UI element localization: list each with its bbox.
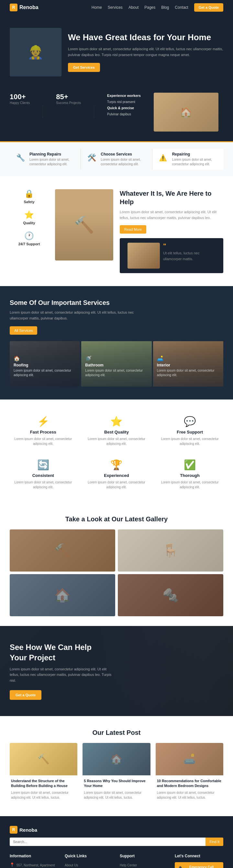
about-center-image: 🔨	[55, 189, 113, 260]
stats-bar: 100+ Happy Clients 85+ Success Projects …	[0, 89, 233, 141]
choose-icon: 🛠️	[88, 154, 96, 162]
blog-img-0: 🔨	[10, 743, 77, 775]
bathroom-title: Bathroom	[85, 363, 147, 367]
feat-support-title: Free Support	[160, 430, 220, 434]
service-title-0: Planning Repairs	[29, 152, 76, 156]
footer-link-helpcenter[interactable]: Help Center	[120, 862, 168, 868]
nav-pages[interactable]: Pages	[144, 5, 155, 10]
blog-title-0: Understand the Structure of the Building…	[11, 779, 76, 788]
gallery-item-1[interactable]: 🔨	[10, 529, 115, 571]
feat-quality-desc: Lorem ipsum dolor sit amet, consectetur …	[87, 436, 147, 446]
blog-card-0[interactable]: 🔨 Understand the Structure of the Buildi…	[10, 743, 77, 804]
nav-services[interactable]: Services	[108, 5, 123, 10]
gallery-item-2[interactable]: 🪑	[118, 529, 223, 571]
service-info-repair: Repairing Lorem ipsum dolor sit amet, co…	[172, 152, 219, 166]
quote-text: Ut elit tellus, luctus nec ullamcorper m…	[163, 250, 219, 262]
service-icon-repair: ⚠️	[157, 152, 169, 164]
blog-heading: Our Latest Post	[10, 729, 223, 737]
blog-card-1[interactable]: 🏠 5 Reasons Why You Should Improve Your …	[82, 743, 150, 804]
footer-top: R Renoba Find It	[10, 826, 223, 846]
footer-quicklinks-heading: Quick Links	[65, 854, 113, 858]
emergency-text: Emergency Call (+1) 234 567 89	[189, 865, 219, 868]
blog-card-2[interactable]: 🛋️ 10 Recommendations for Comfortable an…	[156, 743, 223, 804]
nav-contact[interactable]: Contact	[175, 5, 188, 10]
feat-experienced-title: Experienced	[87, 473, 147, 478]
all-services-button[interactable]: All Services	[10, 326, 37, 335]
service-card-0: 🔧 Planning Repairs Lorem ipsum dolor sit…	[10, 149, 81, 170]
services-grid: 🏠 Roofing Lorem ipsum dolor sit amet, co…	[10, 341, 223, 386]
navbar: R Renoba Home Services About Pages Blog …	[0, 0, 233, 15]
stat-projects-number: 85+	[56, 93, 81, 101]
blog-img-2: 🛋️	[156, 743, 223, 775]
feature-3: Pulvinar dapibus	[107, 112, 141, 117]
footer-info-heading: Information	[10, 854, 58, 858]
stat-projects-label: Success Projects	[56, 101, 81, 105]
blog-img-1: 🏠	[82, 743, 150, 775]
blog-content-1: 5 Reasons Why You Should Improve Your Ho…	[82, 775, 150, 804]
feature-2: Quick & precise	[107, 105, 141, 112]
feat-thorough-desc: Lorem ipsum dolor sit amet, consectetur …	[160, 480, 220, 490]
quote-side-image	[128, 243, 160, 269]
feat-fast-title: Fast Process	[13, 430, 73, 434]
nav-blog[interactable]: Blog	[161, 5, 169, 10]
hero-image: 👷	[10, 28, 62, 76]
location-icon: 📍	[10, 863, 14, 867]
cta-button[interactable]: Get a Quote	[10, 690, 41, 700]
hero-section: 👷 We Have Great Ideas for Your Home Lore…	[0, 15, 233, 89]
feat-quality-title: Best Quality	[87, 430, 147, 434]
blog-title-1: 5 Reasons Why You Should Improve Your Ho…	[84, 779, 149, 788]
features-6-grid: ⚡ Fast Process Lorem ipsum dolor sit ame…	[10, 412, 223, 493]
nav-about[interactable]: About	[129, 5, 138, 10]
gallery-item-3[interactable]: 🏠	[10, 574, 115, 616]
hero-description: Lorem ipsum dolor sit amet, consectetur …	[68, 46, 223, 58]
cta-heading: See How We Can Help Your Project	[10, 642, 107, 662]
cta-description: Lorem ipsum dolor sit amet, consectetur …	[10, 666, 113, 684]
footer-connect-heading: Let's Connect	[175, 854, 223, 858]
blog-grid: 🔨 Understand the Structure of the Buildi…	[10, 743, 223, 804]
roofing-tile-icon: 🏠	[13, 355, 76, 362]
service-title-2: Repairing	[172, 152, 219, 156]
logo-icon: R	[10, 4, 18, 11]
service-tile-interior[interactable]: 🛋️ Interior Lorem ipsum dolor sit amet, …	[153, 341, 223, 386]
footer-support-heading: Support	[120, 854, 168, 858]
cta-section: See How We Can Help Your Project Lorem i…	[0, 626, 233, 716]
hero-content: We Have Great Ideas for Your Home Lorem …	[68, 32, 223, 72]
support-icon: 🕐	[24, 231, 34, 240]
nav-home[interactable]: Home	[92, 5, 102, 10]
service-info-choose: Choose Services Lorem ipsum dolor sit am…	[101, 152, 147, 166]
feat-consistent-title: Consistent	[13, 473, 73, 478]
logo-text: Renoba	[20, 4, 38, 10]
stat-divider-2	[94, 105, 94, 119]
service-tile-bathroom[interactable]: 🚿 Bathroom Lorem ipsum dolor sit amet, c…	[81, 341, 152, 386]
footer-link-about[interactable]: About Us	[65, 862, 113, 868]
nav-links: Home Services About Pages Blog Contact G…	[92, 3, 223, 12]
emergency-box: 📞 Emergency Call (+1) 234 567 89	[175, 862, 223, 868]
service-desc-1: Lorem ipsum dolor sit amet, consectetur …	[101, 157, 147, 166]
hero-title: We Have Great Ideas for Your Home	[68, 32, 223, 42]
gallery-item-4[interactable]: 🔩	[118, 574, 223, 616]
get-services-button[interactable]: Get Services	[68, 63, 100, 72]
feat-experienced-desc: Lorem ipsum dolor sit amet, consectetur …	[87, 480, 147, 490]
footer-search-button[interactable]: Find It	[205, 838, 223, 846]
hero-side-image: 🏠	[154, 93, 219, 131]
service-tile-roofing[interactable]: 🏠 Roofing Lorem ipsum dolor sit amet, co…	[10, 341, 80, 386]
bathroom-tile-icon: 🚿	[85, 355, 147, 362]
stat-divider	[43, 105, 43, 119]
read-more-button[interactable]: Read More	[120, 225, 146, 234]
footer-address-text: 557, Northwest, Apartment 11…	[16, 862, 58, 868]
service-title-1: Choose Services	[101, 152, 147, 156]
stat-clients-number: 100+	[10, 93, 30, 101]
footer-col-information: Information 📍 557, Northwest, Apartment …	[10, 854, 58, 868]
blog-content-2: 10 Recommendations for Comfortable and M…	[156, 775, 223, 804]
feat-best-quality: ⭐ Best Quality Lorem ipsum dolor sit ame…	[83, 412, 150, 450]
consistent-icon: 🔄	[13, 459, 73, 470]
footer-search-input[interactable]	[10, 838, 205, 846]
blog-content-0: Understand the Structure of the Building…	[10, 775, 77, 804]
get-quote-button[interactable]: Get a Quote	[194, 3, 223, 12]
quality-icon: ⭐	[24, 210, 34, 219]
planning-icon: 🔧	[16, 154, 25, 162]
service-desc-0: Lorem ipsum dolor sit amet, consectetur …	[29, 157, 76, 166]
feat-support-desc: Lorem ipsum dolor sit amet, consectetur …	[160, 436, 220, 446]
stat-projects: 85+ Success Projects	[56, 93, 81, 105]
footer-brand: R Renoba Find It	[10, 826, 223, 846]
